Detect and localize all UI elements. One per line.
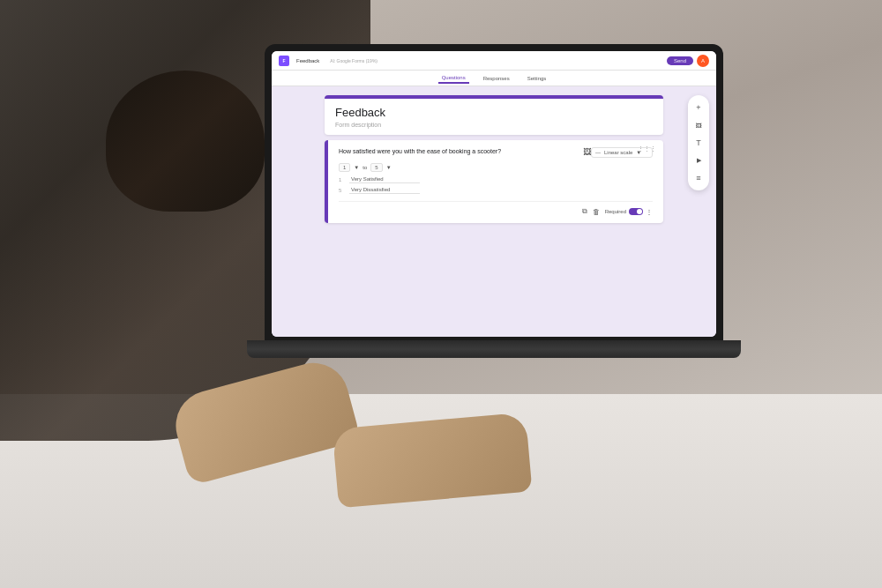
scale-to-label: to xyxy=(363,165,367,170)
tab-responses[interactable]: Responses xyxy=(480,74,513,83)
label-min-number: 1 xyxy=(339,177,346,182)
right-tool-sidebar: + 🖼 T ▶ ≡ xyxy=(688,95,709,190)
scale-min-value[interactable]: 1 xyxy=(339,163,350,172)
add-question-icon[interactable]: + xyxy=(691,100,706,115)
laptop-body xyxy=(247,340,741,358)
person-hand-right xyxy=(332,413,532,509)
add-image-to-question-icon[interactable]: 🖼 xyxy=(583,147,591,156)
send-button[interactable]: Send xyxy=(667,56,693,65)
required-toggle-switch[interactable] xyxy=(629,208,643,215)
question-card: ⋮⋮⋮ How satisfied were you with the ease… xyxy=(325,140,663,223)
form-main-area: Feedback Form description ⋮⋮⋮ How satisf… xyxy=(272,86,716,337)
forms-logo-icon: F xyxy=(279,56,289,66)
scale-label-min-row: 1 xyxy=(339,175,653,183)
add-image-icon[interactable]: 🖼 xyxy=(691,118,706,132)
user-avatar: A xyxy=(697,55,709,67)
scale-max-dropdown-icon[interactable]: ▼ xyxy=(386,165,392,170)
duplicate-icon[interactable]: ⧉ xyxy=(582,207,587,216)
tab-questions[interactable]: Questions xyxy=(438,73,469,84)
required-label: Required xyxy=(605,209,626,214)
screen-top-right: Send A xyxy=(667,55,709,67)
form-title-card: Feedback Form description xyxy=(325,95,663,135)
tab-title: Feedback xyxy=(296,58,319,63)
scale-range-row: 1 ▼ to 5 ▼ xyxy=(339,163,653,172)
question-menu-icon[interactable]: ⋮⋮⋮ xyxy=(638,145,656,153)
label-max-input[interactable] xyxy=(349,186,420,194)
scale-min-dropdown-icon[interactable]: ▼ xyxy=(354,165,359,170)
question-top-row: How satisfied were you with the ease of … xyxy=(339,147,653,158)
scale-max-value[interactable]: 5 xyxy=(370,163,382,172)
scale-label-max-row: 5 xyxy=(339,186,653,194)
add-text-icon[interactable]: T xyxy=(691,136,706,150)
person-head xyxy=(106,71,265,212)
tab-navigation: Questions Responses Settings xyxy=(272,71,716,86)
question-card-footer: ⧉ 🗑 Required ⋮ xyxy=(339,201,653,216)
required-toggle-group: Required ⋮ xyxy=(605,208,653,216)
form-title: Feedback xyxy=(335,106,653,119)
add-video-icon[interactable]: ▶ xyxy=(691,153,706,167)
laptop-screen-bezel: F Feedback Al: Google Forms (19%) Send A… xyxy=(265,44,723,344)
add-section-icon[interactable]: ≡ xyxy=(691,171,706,185)
delete-icon[interactable]: 🗑 xyxy=(593,208,600,216)
form-description: Form description xyxy=(335,122,653,128)
question-text: How satisfied were you with the ease of … xyxy=(339,147,579,156)
browser-topbar: F Feedback Al: Google Forms (19%) Send A xyxy=(272,51,716,71)
laptop: F Feedback Al: Google Forms (19%) Send A… xyxy=(265,44,759,414)
tab-settings[interactable]: Settings xyxy=(524,74,550,83)
toggle-thumb xyxy=(637,209,642,214)
laptop-screen: F Feedback Al: Google Forms (19%) Send A… xyxy=(272,51,716,337)
label-max-number: 5 xyxy=(339,188,346,193)
url-bar: Al: Google Forms (19%) xyxy=(330,58,377,63)
label-min-input[interactable] xyxy=(349,175,420,183)
card-more-options-icon[interactable]: ⋮ xyxy=(646,208,653,216)
